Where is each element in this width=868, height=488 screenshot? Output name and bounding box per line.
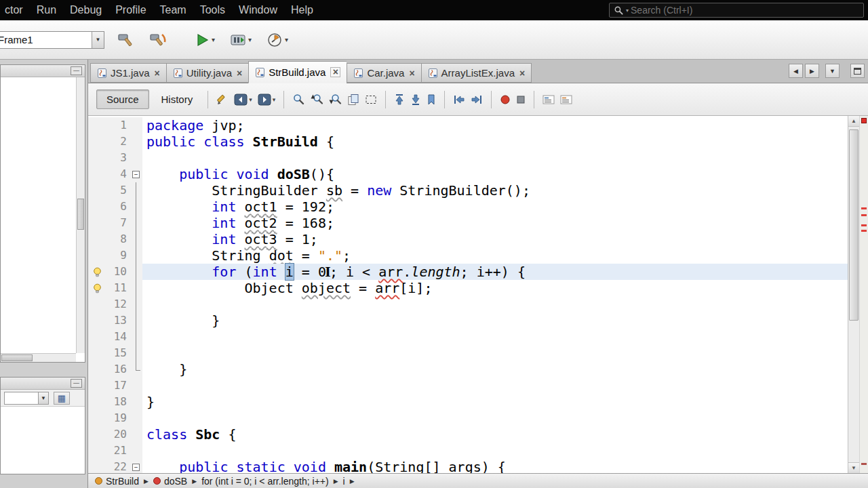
tab-close-icon[interactable]: × (409, 68, 414, 78)
line-number[interactable]: 16 (106, 361, 130, 378)
combo-dropdown-icon[interactable]: ▼ (38, 392, 48, 404)
tab-strbuild-java[interactable]: StrBuild.java× (248, 61, 347, 83)
menu-item-debug[interactable]: Debug (63, 1, 108, 20)
fold-collapse-icon[interactable]: − (132, 464, 140, 471)
source-view-button[interactable]: Source (96, 89, 149, 109)
line-number[interactable]: 17 (106, 378, 130, 394)
line-number[interactable]: 1 (106, 117, 130, 134)
error-status-icon[interactable] (861, 118, 867, 123)
find-previous-occurrence-icon[interactable] (311, 90, 323, 109)
line-number[interactable]: 11 (106, 280, 130, 296)
code-text[interactable]: StringBuilder sb = new StringBuilder(); (142, 182, 848, 199)
error-mark[interactable] (861, 224, 867, 226)
stop-macro-recording-icon[interactable] (516, 90, 526, 109)
grid-view-icon[interactable]: ▦ (54, 392, 70, 405)
scroll-up-icon[interactable]: ▲ (848, 116, 859, 127)
line-number[interactable]: 9 (106, 247, 130, 264)
line-number[interactable]: 21 (106, 443, 130, 459)
line-number[interactable]: 13 (106, 312, 130, 329)
toggle-rectangular-selection-icon[interactable] (365, 90, 377, 109)
breadcrumb-item-i[interactable]: i (343, 476, 345, 487)
code-text[interactable]: int oct1 = 192; (142, 199, 848, 215)
scroll-tabs-left-icon[interactable]: ◀ (789, 64, 803, 78)
breadcrumb-item-strbuild[interactable]: StrBuild (95, 476, 139, 487)
forward-icon[interactable]: ▾ (258, 90, 276, 109)
line-number[interactable]: 3 (106, 150, 130, 166)
scrollbar-thumb[interactable] (1, 354, 33, 361)
fold-collapse-icon[interactable]: − (132, 171, 140, 178)
code-text[interactable]: } (142, 361, 848, 378)
error-mark[interactable] (861, 207, 867, 209)
start-macro-recording-icon[interactable] (500, 90, 511, 109)
code-text[interactable] (142, 345, 848, 361)
line-number[interactable]: 8 (106, 231, 130, 247)
scrollbar-track[interactable] (848, 127, 859, 462)
scroll-down-icon[interactable]: ▼ (848, 462, 859, 473)
code-editor[interactable]: 1package jvp;2public class StrBuild {34−… (88, 116, 848, 473)
line-number[interactable]: 5 (106, 182, 130, 199)
line-number[interactable]: 15 (106, 345, 130, 361)
back-icon-dropdown[interactable]: ▾ (249, 96, 252, 103)
line-number[interactable]: 12 (106, 296, 130, 312)
next-bookmark-icon[interactable] (410, 90, 421, 109)
tab-close-icon[interactable]: × (519, 68, 525, 78)
code-text[interactable]: } (142, 312, 848, 329)
tab-arraylistex-java[interactable]: ArrayListEx.java× (421, 63, 532, 83)
code-text[interactable] (142, 410, 848, 426)
menu-item-run[interactable]: Run (30, 1, 63, 20)
debug-project-button[interactable]: ▾ (228, 30, 254, 50)
left-panel-top-header[interactable]: — (1, 65, 85, 77)
line-number[interactable]: 20 (106, 426, 130, 443)
tab-car-java[interactable]: Car.java× (347, 63, 420, 83)
line-number[interactable]: 6 (106, 199, 130, 215)
toggle-bookmark-icon[interactable] (427, 90, 436, 109)
code-text[interactable]: public class StrBuild { (142, 134, 848, 150)
tab-close-icon[interactable]: × (330, 67, 340, 77)
code-text[interactable]: for (int i = 0I; i < arr.length; i++) { (142, 264, 848, 280)
comment-icon[interactable] (542, 90, 555, 109)
quick-search-input[interactable] (631, 5, 859, 16)
combo-dropdown-icon[interactable]: ▼ (92, 32, 104, 48)
run-configuration-combo[interactable]: Frame1 ▼ (0, 31, 104, 49)
toggle-highlight-search-icon[interactable] (347, 90, 359, 109)
minimize-icon[interactable]: — (71, 66, 82, 75)
scrollbar-thumb[interactable] (77, 199, 84, 230)
last-edit-icon[interactable] (216, 90, 229, 109)
code-text[interactable]: String dot = "."; (142, 247, 848, 264)
search-scope-dropdown-icon[interactable]: ▾ (626, 7, 629, 14)
menu-item-help[interactable]: Help (284, 1, 320, 20)
line-number[interactable]: 2 (106, 134, 130, 150)
clean-build-project-button[interactable] (148, 30, 170, 50)
menu-item-tools[interactable]: Tools (193, 1, 232, 20)
tab-close-icon[interactable]: × (155, 68, 160, 78)
tab-list-icon[interactable]: ▼ (825, 64, 840, 78)
gutter-annotation[interactable] (88, 280, 106, 296)
back-icon[interactable]: ▾ (234, 90, 252, 109)
find-selection-icon[interactable] (292, 90, 305, 109)
line-number[interactable]: 14 (106, 329, 130, 345)
line-number[interactable]: 22 (106, 459, 130, 473)
shift-line-left-icon[interactable] (453, 90, 465, 109)
quick-search[interactable]: ▾ (609, 3, 864, 18)
line-number[interactable]: 7 (106, 215, 130, 231)
profile-project-button-dropdown-icon[interactable]: ▾ (285, 36, 288, 43)
history-view-button[interactable]: History (152, 90, 203, 108)
line-number[interactable]: 19 (106, 410, 130, 426)
run-project-button-dropdown-icon[interactable]: ▾ (212, 36, 215, 43)
code-text[interactable]: int oct3 = 1; (142, 231, 848, 247)
code-text[interactable] (142, 150, 848, 166)
minimize-icon[interactable]: — (71, 379, 82, 388)
scroll-tabs-right-icon[interactable]: ▶ (805, 64, 819, 78)
gutter-annotation[interactable] (88, 264, 106, 280)
maximize-window-icon[interactable] (850, 64, 865, 78)
code-text[interactable]: Object object = arr[i]; (142, 280, 848, 296)
tab-close-icon[interactable]: × (237, 68, 242, 78)
line-number[interactable]: 18 (106, 394, 130, 410)
editor-scrollbar[interactable]: ▲ ▼ (848, 116, 859, 473)
menu-item-ctor[interactable]: ctor (0, 1, 30, 20)
uncomment-icon[interactable] (560, 90, 572, 109)
line-number[interactable]: 10 (106, 264, 130, 280)
left-panel-bottom-header[interactable]: — (1, 378, 85, 390)
error-mark[interactable] (861, 463, 867, 465)
find-next-occurrence-icon[interactable] (329, 90, 342, 109)
